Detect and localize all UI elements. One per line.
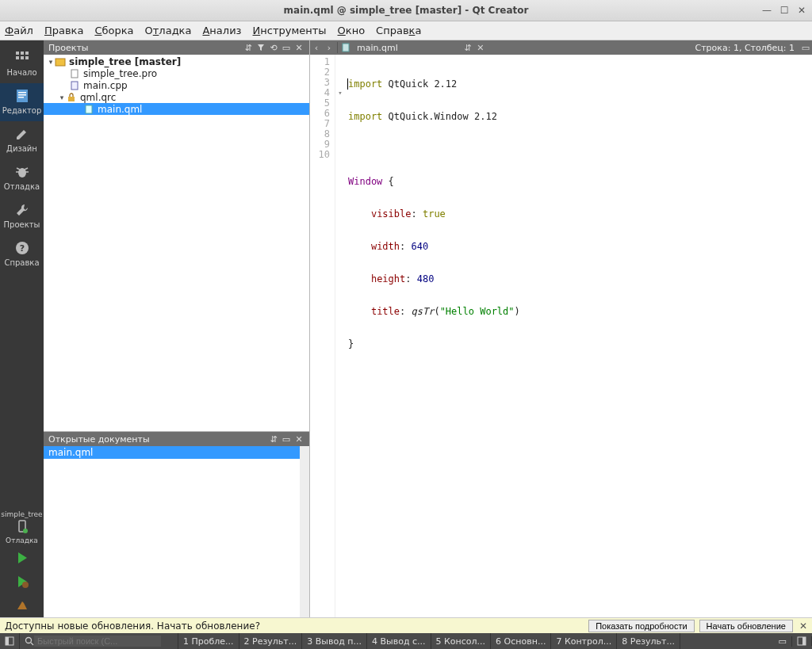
chevron-down-icon[interactable]: ▾: [47, 58, 55, 66]
filter-icon[interactable]: [255, 42, 266, 53]
toggle-sidebar-icon[interactable]: [0, 633, 20, 649]
menu-help[interactable]: Справка: [376, 25, 421, 36]
tree-mainqml-label: main.qml: [98, 104, 142, 115]
projects-panel-title: Проекты: [48, 43, 241, 53]
titlebar: main.qml @ simple_tree [master] - Qt Cre…: [0, 0, 812, 21]
output-tab-3[interactable]: 3 Вывод п...: [302, 633, 367, 649]
quick-search[interactable]: [20, 633, 178, 649]
mode-debug[interactable]: Отладка: [0, 159, 44, 197]
svg-rect-4: [21, 56, 24, 59]
panel-dropdown-icon[interactable]: ⇵: [243, 42, 254, 53]
editor-area: ‹ › main.qml ⇵ ✕ Строка: 1, Столбец: 1 ▭…: [310, 40, 812, 617]
line-gutter: 12345678910: [310, 55, 335, 617]
menu-build[interactable]: Сборка: [94, 25, 133, 36]
svg-line-13: [17, 168, 20, 170]
panel-close-icon[interactable]: ✕: [293, 42, 304, 53]
tree-qrc[interactable]: ▾ qml.qrc: [44, 91, 309, 103]
split-icon[interactable]: ▭: [281, 433, 292, 445]
code-text[interactable]: import QtQuick 2.12 import QtQuick.Windo…: [345, 55, 812, 617]
project-tree[interactable]: ▾ simple_tree [master] simple_tree.pro m…: [44, 55, 309, 431]
open-documents-list[interactable]: main.qml: [44, 446, 300, 617]
mode-projects[interactable]: Проекты: [0, 197, 44, 235]
svg-rect-23: [68, 97, 75, 101]
svg-point-19: [22, 582, 29, 588]
mode-debug-label: Отладка: [4, 182, 40, 191]
kit-mode-label: Отладка: [6, 536, 38, 544]
file-icon: [69, 69, 80, 78]
menu-window[interactable]: Окно: [338, 25, 366, 36]
tree-main-qml[interactable]: main.qml: [44, 103, 309, 115]
nav-back-icon[interactable]: ‹: [310, 41, 323, 54]
menu-analyze[interactable]: Анализ: [202, 25, 241, 36]
mode-editor[interactable]: Редактор: [0, 83, 44, 121]
link-icon[interactable]: ⟲: [268, 42, 279, 53]
output-tab-1[interactable]: 1 Пробле...: [178, 633, 239, 649]
scrollbar[interactable]: [300, 446, 309, 617]
close-button[interactable]: ✕: [798, 6, 806, 14]
svg-rect-3: [16, 56, 19, 59]
device-icon: [14, 518, 30, 534]
fold-column[interactable]: ▾: [335, 55, 345, 617]
run-debug-button[interactable]: [15, 575, 29, 589]
open-documents-pane: Открытые документы ⇵ ▭ ✕ main.qml: [44, 431, 309, 617]
side-panel: Проекты ⇵ ⟲ ▭ ✕ ▾ simple_tree [master] s…: [44, 40, 310, 617]
chevron-down-icon[interactable]: ▾: [58, 94, 66, 101]
cursor-position[interactable]: Строка: 1, Столбец: 1: [691, 43, 799, 53]
svg-rect-6: [17, 90, 28, 102]
mode-design[interactable]: Дизайн: [0, 121, 44, 159]
svg-rect-22: [71, 82, 78, 90]
minimize-button[interactable]: —: [763, 6, 771, 14]
split-icon[interactable]: ▭: [799, 41, 812, 54]
mode-help[interactable]: ? Справка: [0, 235, 44, 273]
mode-projects-label: Проекты: [4, 220, 40, 229]
dropdown-icon[interactable]: ⇵: [462, 41, 474, 54]
split-icon[interactable]: ▭: [281, 42, 292, 53]
output-tab-5[interactable]: 5 Консол...: [431, 633, 492, 649]
code-area[interactable]: 12345678910 ▾ import QtQuick 2.12 import…: [310, 55, 812, 617]
svg-rect-20: [56, 59, 65, 66]
maximize-button[interactable]: ☐: [780, 6, 788, 14]
quick-search-input[interactable]: [34, 636, 161, 647]
toggle-rightbar-icon[interactable]: [792, 636, 812, 646]
nav-forward-icon[interactable]: ›: [323, 41, 335, 54]
build-button[interactable]: [15, 598, 29, 613]
svg-rect-27: [6, 637, 9, 645]
open-doc-item[interactable]: main.qml: [44, 446, 300, 459]
svg-rect-5: [25, 56, 29, 59]
leftbar: Начало Редактор Дизайн Отладка Проекты ?…: [0, 40, 44, 617]
fold-icon[interactable]: ▾: [335, 88, 345, 98]
menu-tools[interactable]: Инструменты: [253, 25, 327, 36]
progress-icon[interactable]: ▭: [774, 636, 792, 647]
tree-pro-label: simple_tree.pro: [83, 68, 157, 79]
svg-rect-25: [343, 44, 349, 52]
tree-main-cpp[interactable]: main.cpp: [44, 79, 309, 91]
run-button[interactable]: [15, 551, 29, 565]
panel-close-icon[interactable]: ✕: [293, 433, 304, 445]
editor-close-icon[interactable]: ✕: [474, 41, 487, 54]
menu-file[interactable]: Файл: [5, 25, 33, 36]
menu-edit[interactable]: Правка: [44, 25, 83, 36]
menu-debug[interactable]: Отладка: [145, 25, 192, 36]
tree-pro-file[interactable]: simple_tree.pro: [44, 67, 309, 79]
file-type-icon: [339, 41, 352, 54]
svg-line-14: [25, 168, 28, 170]
start-update-button[interactable]: Начать обновление: [699, 620, 793, 632]
output-tab-8[interactable]: 8 Результ...: [617, 633, 680, 649]
mode-start-label: Начало: [6, 68, 36, 77]
mode-design-label: Дизайн: [6, 144, 37, 153]
window-title: main.qml @ simple_tree [master] - Qt Cre…: [284, 5, 529, 16]
tree-maincpp-label: main.cpp: [83, 80, 128, 91]
output-tab-2[interactable]: 2 Результ...: [239, 633, 303, 649]
output-tab-7[interactable]: 7 Контрол...: [551, 633, 617, 649]
tree-root[interactable]: ▾ simple_tree [master]: [44, 55, 309, 67]
editor-file-label[interactable]: main.qml: [352, 43, 462, 53]
mode-start[interactable]: Начало: [0, 45, 44, 83]
output-tab-6[interactable]: 6 Основн...: [491, 633, 551, 649]
kit-selector[interactable]: simple_tree Отладка: [0, 506, 44, 546]
panel-dropdown-icon[interactable]: ⇵: [268, 433, 279, 445]
show-details-button[interactable]: Показать подробности: [588, 620, 694, 632]
output-tab-4[interactable]: 4 Вывод с...: [367, 633, 431, 649]
notification-close-icon[interactable]: ✕: [799, 620, 807, 632]
svg-rect-2: [25, 52, 29, 55]
menubar: Файл Правка Сборка Отладка Анализ Инстру…: [0, 21, 812, 40]
